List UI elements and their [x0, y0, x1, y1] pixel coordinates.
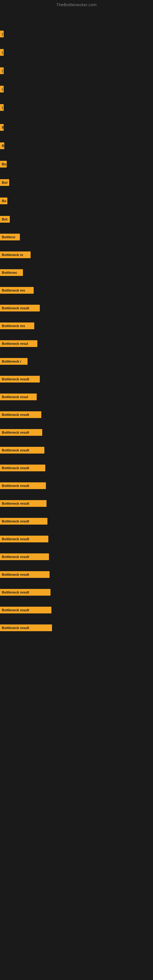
bottleneck-bar-25: Bottleneck result [0, 465, 45, 471]
bottleneck-bar-19: Bottleneck r [0, 358, 27, 365]
bar-gap-27 [0, 491, 153, 499]
bar-row-10: Bo [0, 197, 153, 205]
bottleneck-bar-9: Bot [0, 179, 9, 186]
bottleneck-bar-31: Bottleneck result [0, 571, 49, 578]
bar-row-33: Bottleneck result [0, 606, 153, 614]
bar-gap-16 [0, 295, 153, 304]
bar-gap-11 [0, 206, 153, 215]
bar-gap-2 [0, 39, 153, 48]
bar-gap-26 [0, 473, 153, 481]
bottleneck-bar-33: Bottleneck result [0, 607, 51, 613]
bar-row-32: Bottleneck result [0, 588, 153, 597]
bottleneck-bar-26: Bottleneck result [0, 482, 46, 489]
bottleneck-bar-22: Bottleneck result [0, 411, 41, 418]
bar-row-34: Bottleneck result [0, 624, 153, 632]
bar-row-1: | [0, 30, 153, 38]
bottleneck-bar-23: Bottleneck result [0, 429, 42, 436]
bar-row-8: Bo [0, 160, 153, 169]
bar-row-24: Bottleneck result [0, 446, 153, 455]
bottleneck-bar-13: Bottleneck re [0, 251, 30, 258]
bar-row-6: B [0, 123, 153, 132]
bar-row-20: Bottleneck result [0, 375, 153, 383]
bottleneck-bar-16: Bottleneck result [0, 305, 40, 312]
site-title: TheBottlenecker.com [0, 0, 153, 8]
bottleneck-bar-28: Bottleneck result [0, 518, 48, 525]
bottleneck-bar-7: B [0, 142, 4, 149]
bar-row-3: | [0, 67, 153, 75]
bar-row-19: Bottleneck r [0, 357, 153, 366]
bar-row-16: Bottleneck result [0, 304, 153, 312]
bottleneck-bar-20: Bottleneck result [0, 376, 40, 382]
bar-row-14: Bottlenec [0, 268, 153, 277]
bar-gap-33 [0, 597, 153, 606]
bar-gap-31 [0, 562, 153, 570]
bottleneck-bar-10: Bo [0, 197, 7, 204]
bar-row-13: Bottleneck re [0, 250, 153, 259]
bottleneck-bar-8: Bo [0, 161, 7, 167]
bar-gap-13 [0, 242, 153, 250]
bottleneck-bar-5: | [0, 104, 4, 111]
bar-row-2: | [0, 48, 153, 57]
bottleneck-bar-15: Bottleneck res [0, 287, 33, 294]
bar-row-18: Bottleneck resul [0, 339, 153, 348]
bottleneck-bar-32: Bottleneck result [0, 589, 51, 596]
bar-gap-28 [0, 508, 153, 517]
bar-gap-10 [0, 188, 153, 197]
bar-row-15: Bottleneck res [0, 286, 153, 294]
bar-row-31: Bottleneck result [0, 570, 153, 579]
bar-row-9: Bot [0, 178, 153, 187]
bar-gap-8 [0, 151, 153, 160]
bar-row-30: Bottleneck result [0, 552, 153, 561]
bar-row-17: Bottleneck res [0, 321, 153, 330]
bottleneck-bar-17: Bottleneck res [0, 323, 34, 329]
bottleneck-bar-21: Bottleneck resul [0, 393, 37, 400]
bar-row-4: | [0, 85, 153, 94]
bar-row-27: Bottleneck result [0, 499, 153, 508]
bottleneck-bar-30: Bottleneck result [0, 554, 49, 560]
bar-row-11: Bot [0, 215, 153, 224]
bar-gap-7 [0, 132, 153, 142]
bottleneck-bar-2: | [0, 49, 4, 56]
bottleneck-bar-24: Bottleneck result [0, 447, 45, 453]
bar-gap-15 [0, 277, 153, 286]
bottleneck-bar-12: Bottlene [0, 234, 20, 240]
bar-gap-20 [0, 366, 153, 375]
bar-row-25: Bottleneck result [0, 464, 153, 472]
bar-gap-5 [0, 94, 153, 103]
bar-gap-34 [0, 615, 153, 624]
bar-gap-22 [0, 402, 153, 410]
bar-gap-32 [0, 579, 153, 588]
bar-gap-6 [0, 112, 153, 123]
bottleneck-bar-3: | [0, 67, 4, 74]
bottleneck-bar-6: B [0, 124, 4, 131]
bar-gap-3 [0, 57, 153, 67]
bottleneck-bar-27: Bottleneck result [0, 500, 46, 507]
bar-row-23: Bottleneck result [0, 428, 153, 437]
bar-row-5: | [0, 103, 153, 112]
bottleneck-bar-18: Bottleneck resul [0, 340, 37, 347]
bar-gap-17 [0, 313, 153, 321]
bottleneck-bar-34: Bottleneck result [0, 624, 52, 631]
bottleneck-bar-1: | [0, 30, 4, 37]
bar-gap-19 [0, 348, 153, 357]
bottleneck-bar-11: Bot [0, 216, 10, 223]
bar-gap-30 [0, 544, 153, 552]
bars-container: |||||BBBoBotBoBotBottleneBottleneck reBo… [0, 8, 153, 633]
bar-gap-25 [0, 455, 153, 464]
bar-row-28: Bottleneck result [0, 517, 153, 525]
bar-row-7: B [0, 142, 153, 150]
bottleneck-bar-4: | [0, 86, 4, 92]
bar-row-29: Bottleneck result [0, 535, 153, 543]
bar-row-21: Bottleneck resul [0, 393, 153, 401]
bar-row-12: Bottlene [0, 233, 153, 241]
bar-gap-9 [0, 169, 153, 178]
bar-gap-14 [0, 260, 153, 268]
bar-gap-12 [0, 224, 153, 233]
bar-gap-18 [0, 331, 153, 339]
bar-gap-1 [0, 11, 153, 30]
bar-gap-23 [0, 420, 153, 428]
bar-row-22: Bottleneck result [0, 410, 153, 419]
bar-gap-21 [0, 384, 153, 393]
bar-gap-4 [0, 76, 153, 85]
bottleneck-bar-14: Bottlenec [0, 269, 23, 276]
